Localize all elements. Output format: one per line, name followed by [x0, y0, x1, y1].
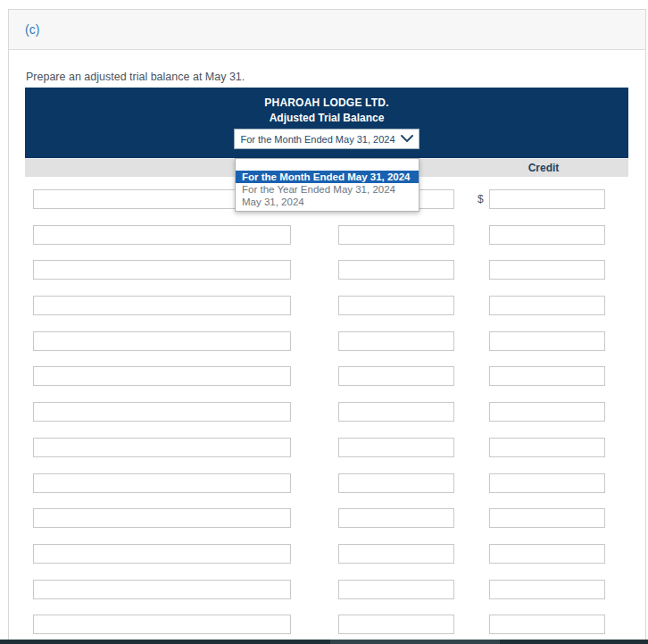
statement-title: Adjusted Trial Balance — [25, 112, 628, 124]
debit-amount-input[interactable] — [338, 473, 454, 493]
account-title-input[interactable] — [33, 366, 291, 386]
account-title-input[interactable] — [33, 225, 291, 245]
table-row — [25, 580, 628, 615]
table-rows: $$ — [25, 177, 628, 644]
table-row — [25, 296, 628, 331]
debit-amount-input[interactable] — [338, 615, 454, 634]
table-row — [25, 331, 628, 367]
credit-amount-input[interactable] — [489, 508, 605, 528]
table-row — [25, 225, 628, 261]
table-row — [25, 260, 628, 296]
period-option[interactable]: For the Year Ended May 31, 2024 — [236, 183, 419, 196]
account-title-input[interactable] — [33, 473, 291, 493]
credit-amount-input[interactable] — [489, 296, 605, 315]
debit-amount-input[interactable] — [338, 225, 454, 245]
table-row — [25, 473, 628, 509]
period-option[interactable]: For the Month Ended May 31, 2024 — [236, 171, 419, 183]
bottom-scrollbar[interactable] — [0, 640, 648, 644]
chevron-down-icon — [395, 135, 419, 143]
account-title-input[interactable] — [33, 260, 291, 280]
credit-amount-input[interactable] — [489, 580, 605, 599]
debit-amount-input[interactable] — [338, 260, 454, 280]
account-title-input[interactable] — [33, 508, 291, 528]
table-header: PHAROAH LODGE LTD. Adjusted Trial Balanc… — [25, 88, 628, 158]
credit-amount-input[interactable] — [489, 331, 605, 351]
credit-amount-input[interactable] — [489, 225, 605, 245]
debit-amount-input[interactable] — [338, 366, 454, 386]
credit-currency-symbol: $ — [478, 193, 484, 205]
period-option[interactable]: May 31, 2024 — [236, 196, 419, 208]
debit-amount-input[interactable] — [338, 296, 454, 315]
debit-amount-input[interactable] — [338, 331, 454, 351]
credit-amount-input[interactable] — [489, 260, 605, 280]
table-row — [25, 366, 628, 402]
credit-amount-input[interactable] — [489, 544, 605, 564]
account-title-input[interactable] — [33, 296, 291, 315]
question-part-panel: (c) Prepare an adjusted trial balance at… — [8, 9, 646, 644]
instruction-text: Prepare an adjusted trial balance at May… — [26, 71, 245, 83]
table-row — [25, 544, 628, 580]
credit-amount-input[interactable] — [489, 615, 605, 634]
period-select[interactable]: For the Month Ended May 31, 2024 — [234, 129, 420, 149]
credit-amount-input[interactable] — [489, 438, 605, 457]
debit-amount-input[interactable] — [338, 438, 454, 457]
panel-header: (c) — [9, 10, 645, 50]
dropdown-spacer — [236, 159, 419, 171]
table-row — [25, 438, 628, 473]
company-name: PHAROAH LODGE LTD. — [25, 88, 628, 109]
period-select-value: For the Month Ended May 31, 2024 — [235, 134, 395, 145]
account-title-input[interactable] — [33, 438, 291, 457]
debit-amount-input[interactable] — [338, 580, 454, 599]
credit-amount-input[interactable] — [489, 366, 605, 386]
account-title-input[interactable] — [33, 544, 291, 564]
credit-amount-input[interactable] — [489, 189, 605, 209]
credit-amount-input[interactable] — [489, 473, 605, 493]
account-title-input[interactable] — [33, 402, 291, 422]
debit-amount-input[interactable] — [338, 544, 454, 564]
period-select-dropdown: For the Month Ended May 31, 2024For the … — [235, 158, 420, 212]
account-title-input[interactable] — [33, 580, 291, 599]
debit-amount-input[interactable] — [338, 508, 454, 528]
table-row — [25, 508, 628, 544]
account-title-input[interactable] — [33, 331, 291, 351]
debit-amount-input[interactable] — [338, 402, 454, 422]
table-row — [25, 402, 628, 438]
credit-amount-input[interactable] — [489, 402, 605, 422]
account-title-input[interactable] — [33, 615, 291, 634]
scrollbar-thumb[interactable] — [330, 640, 500, 644]
credit-column-header: Credit — [528, 162, 560, 174]
section-label: (c) — [25, 22, 39, 37]
